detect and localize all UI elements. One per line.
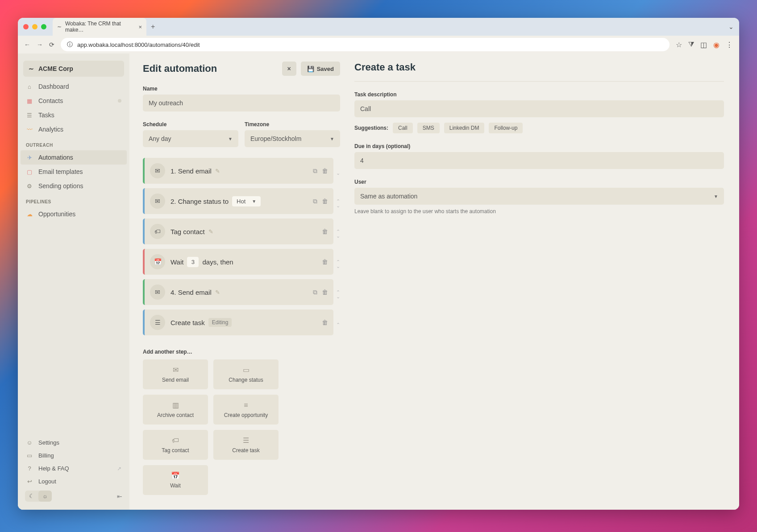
window-close[interactable] [23,24,29,29]
sidebar-item-billing[interactable]: ▭ Billing [18,449,129,462]
sidebar-item-contacts[interactable]: ▦ Contacts [18,94,129,108]
timezone-select[interactable]: Europe/Stockholm ▼ [245,130,340,147]
sidebar-item-dashboard[interactable]: ⌂ Dashboard [18,79,129,94]
edit-step-icon[interactable]: ✎ [215,289,220,296]
forward-button[interactable]: → [37,41,43,48]
tab-close-icon[interactable]: × [138,24,142,30]
main-content: Edit automation × 💾 Saved Name Schedule [129,54,739,510]
suggestion-call[interactable]: Call [393,123,413,133]
delete-step-icon[interactable]: 🗑 [322,198,328,205]
app-root: ∼ ACME Corp ⌂ Dashboard ▦ Contacts ☰ Tas… [18,54,739,510]
site-info-icon[interactable]: ⓘ [67,41,73,49]
move-down-icon[interactable]: ⌄ [336,203,340,208]
sidebar-item-opportunities[interactable]: ☁ Opportunities [18,207,129,221]
move-down-icon[interactable]: ⌄ [336,264,340,268]
delete-step-icon[interactable]: 🗑 [322,228,328,235]
step-wait[interactable]: 📅 Wait 3 days, then 🗑 [143,249,333,275]
url-input[interactable]: ⓘ app.wobaka.localhost:8000/automations/… [61,38,670,51]
sidebar-item-label: Logout [38,478,56,485]
sidebar-item-analytics[interactable]: 〰 Analytics [18,122,129,136]
calendar-icon: 📅 [150,254,165,269]
move-down-icon[interactable]: ⌄ [336,171,340,175]
sidebar-item-logout[interactable]: ↩ Logout [18,475,129,488]
menu-icon[interactable]: ⋮ [726,41,733,49]
theme-light-button[interactable]: ☼ [38,491,52,502]
new-tab-button[interactable]: + [151,23,155,31]
user-value: Same as automation [360,193,417,200]
add-create-task[interactable]: ☰ Create task [213,430,279,460]
step-type-buttons: ✉ Send email ▭ Change status ▥ Archive c… [143,359,340,495]
schedule-value: Any day [149,135,171,142]
sidebar-item-email-templates[interactable]: ▢ Email templates [18,165,129,179]
due-days-input[interactable] [354,152,724,169]
add-tag-contact[interactable]: 🏷 Tag contact [143,430,208,460]
step-label: Create task [171,319,205,326]
sidebar-item-tasks[interactable]: ☰ Tasks [18,108,129,122]
url-text: app.wobaka.localhost:8000/automations/40… [77,41,200,48]
delete-step-icon[interactable]: 🗑 [322,319,328,326]
move-down-icon[interactable]: ⌄ [336,294,340,299]
suggestion-follow-up[interactable]: Follow-up [489,123,523,133]
envelope-icon: ✉ [150,194,165,209]
step-send-email-1[interactable]: ✉ 1. Send email ✎ ⧉ 🗑 [143,158,333,184]
reload-button[interactable]: ⟳ [49,41,54,48]
saved-button[interactable]: 💾 Saved [301,62,340,76]
org-switcher[interactable]: ∼ ACME Corp [23,61,124,77]
name-input[interactable] [143,95,340,111]
move-up-icon[interactable]: ⌃ [336,322,340,327]
window-minimize[interactable] [32,24,37,29]
copy-step-icon[interactable]: ⧉ [313,198,317,205]
chevron-down-icon: ▼ [228,136,233,141]
suggestion-linkedin-dm[interactable]: Linkedin DM [444,123,485,133]
sliders-icon: ⚙ [26,183,33,190]
add-send-email[interactable]: ✉ Send email [143,359,208,389]
divider [354,81,724,82]
sidebar-item-label: Tasks [38,111,54,119]
add-wait[interactable]: 📅 Wait [143,465,208,495]
step-send-email-4[interactable]: ✉ 4. Send email ✎ ⧉ 🗑 [143,279,333,305]
rocket-icon: ✈ [26,154,33,161]
copy-step-icon[interactable]: ⧉ [313,289,317,296]
status-dropdown[interactable]: Hot ▼ [232,196,261,206]
add-create-opportunity[interactable]: ≡ Create opportunity [213,395,279,425]
envelope-icon: ✉ [150,163,165,178]
delete-step-icon[interactable]: 🗑 [322,167,328,174]
copy-step-icon[interactable]: ⧉ [313,167,317,175]
edit-step-icon[interactable]: ✎ [208,228,213,235]
window-maximize[interactable] [41,24,46,29]
extensions-icon[interactable]: ⧩ [688,41,694,49]
save-icon: 💾 [307,66,314,72]
schedule-select[interactable]: Any day ▼ [143,130,238,147]
step-create-task[interactable]: ☰ Create task Editing 🗑 [143,309,333,335]
back-button[interactable]: ← [24,41,30,48]
sidebar-item-automations[interactable]: ✈ Automations [21,150,127,165]
close-button[interactable]: × [282,62,296,76]
add-archive-contact[interactable]: ▥ Archive contact [143,395,208,425]
sidebar-item-label: Dashboard [38,83,69,90]
theme-dark-button[interactable]: ☾ [25,491,38,502]
star-icon[interactable]: ☆ [676,41,682,49]
suggestion-sms[interactable]: SMS [417,123,440,133]
step-tag-contact[interactable]: 🏷 Tag contact ✎ 🗑 [143,219,333,244]
theme-toggle: ☾ ☼ ⇤ [18,488,129,504]
edit-automation-column: Edit automation × 💾 Saved Name Schedule [129,54,348,510]
add-change-status[interactable]: ▭ Change status [213,359,279,389]
edit-step-icon[interactable]: ✎ [215,168,220,174]
profile-icon[interactable]: ◉ [713,41,720,49]
browser-tab[interactable]: ∼ Wobaka: The CRM that make… × [53,18,146,36]
move-down-icon[interactable]: ⌄ [336,234,340,238]
saved-label: Saved [317,66,334,72]
sidebar-item-help[interactable]: ? Help & FAQ ↗ [18,462,129,475]
sidebar-item-settings[interactable]: ☺ Settings [18,436,129,449]
wait-days-input[interactable]: 3 [187,257,199,267]
tab-overflow-icon[interactable]: ⌄ [728,23,734,30]
delete-step-icon[interactable]: 🗑 [322,258,328,265]
sidebar-item-sending-options[interactable]: ⚙ Sending options [18,179,129,193]
delete-step-icon[interactable]: 🗑 [322,289,328,296]
user-select[interactable]: Same as automation ▼ [354,188,724,205]
task-description-input[interactable] [354,100,724,117]
step-change-status[interactable]: ✉ 2. Change status to Hot ▼ ⧉ 🗑 [143,188,333,214]
sidepanel-icon[interactable]: ◫ [700,41,707,49]
stack-icon: ☁ [26,211,33,218]
collapse-sidebar-icon[interactable]: ⇤ [117,493,122,500]
